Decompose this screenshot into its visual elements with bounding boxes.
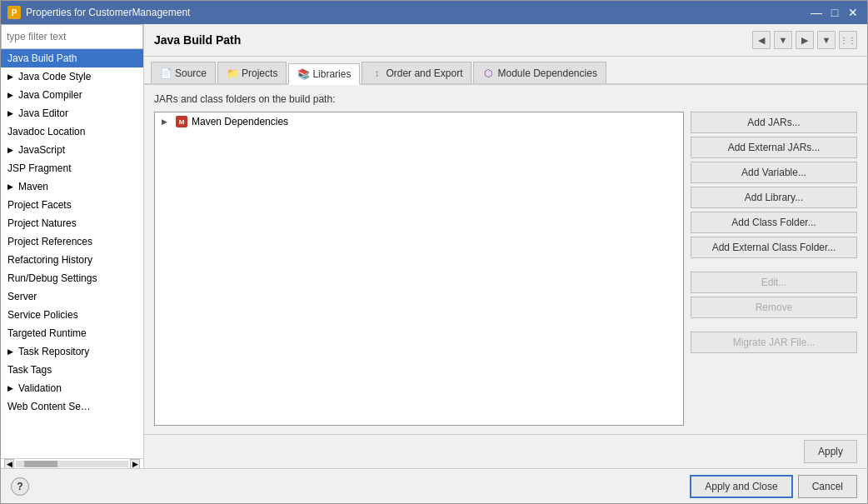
tab-module-label: Module Dependencies — [497, 67, 596, 79]
menu-button[interactable]: ⋮⋮ — [839, 31, 857, 49]
properties-window: P Properties for CustomerManagement — □ … — [0, 0, 868, 504]
buttons-panel: Add JARs... Add External JARs... Add Var… — [691, 112, 857, 426]
tree-item-maven[interactable]: ▶ M Maven Dependencies — [155, 112, 683, 131]
sidebar-item-javascript[interactable]: JavaScript — [1, 141, 143, 159]
edit-button[interactable]: Edit... — [691, 272, 857, 293]
sidebar-item-maven[interactable]: Maven — [1, 177, 143, 196]
tree-item-maven-label: Maven Dependencies — [192, 116, 288, 127]
add-external-class-folder-button[interactable]: Add External Class Folder... — [691, 237, 857, 258]
sidebar-item-project-facets[interactable]: Project Facets — [1, 196, 143, 214]
projects-tab-icon: 📁 — [227, 67, 238, 79]
sidebar-list: Java Build PathJava Code StyleJava Compi… — [1, 49, 143, 458]
sidebar-item-refactoring-history[interactable]: Refactoring History — [1, 251, 143, 269]
sidebar-item-javadoc-location[interactable]: Javadoc Location — [1, 122, 143, 141]
footer: ? Apply and Close Cancel — [1, 468, 867, 503]
sidebar-item-java-editor[interactable]: Java Editor — [1, 104, 143, 122]
add-library-button[interactable]: Add Library... — [691, 187, 857, 208]
nav-forward-button[interactable]: ▶ — [796, 31, 814, 49]
add-external-jars-button[interactable]: Add External JARs... — [691, 137, 857, 158]
nav-dropdown2-button[interactable]: ▼ — [817, 31, 836, 49]
sidebar-item-java-code-style[interactable]: Java Code Style — [1, 67, 143, 86]
sidebar-item-service-policies[interactable]: Service Policies — [1, 306, 143, 324]
content-body: ▶ M Maven Dependencies Add JARs... Add E… — [154, 112, 857, 426]
sidebar-item-project-references[interactable]: Project References — [1, 232, 143, 251]
sidebar: Java Build PathJava Code StyleJava Compi… — [1, 24, 144, 468]
help-button[interactable]: ? — [11, 477, 29, 496]
panel-nav: ◀ ▼ ▶ ▼ ⋮⋮ — [752, 31, 857, 49]
filter-input[interactable] — [1, 24, 143, 49]
add-jars-button[interactable]: Add JARs... — [691, 112, 857, 133]
window-icon: P — [7, 6, 21, 19]
sidebar-item-task-repository[interactable]: Task Repository — [1, 342, 143, 361]
remove-button[interactable]: Remove — [691, 297, 857, 318]
titlebar: P Properties for CustomerManagement — □ … — [1, 1, 867, 24]
sidebar-item-task-tags[interactable]: Task Tags — [1, 361, 143, 379]
sidebar-item-targeted-runtime[interactable]: Targeted Runtime — [1, 324, 143, 342]
button-spacer — [691, 262, 857, 268]
titlebar-left: P Properties for CustomerManagement — [7, 6, 190, 19]
maximize-button[interactable]: □ — [827, 5, 842, 20]
migrate-jar-button[interactable]: Migrate JAR File... — [691, 332, 857, 353]
nav-back-button[interactable]: ◀ — [752, 31, 771, 49]
scroll-track — [16, 461, 128, 467]
tab-projects[interactable]: 📁 Projects — [217, 62, 287, 83]
tab-source-label: Source — [175, 67, 207, 79]
tab-libraries-label: Libraries — [312, 68, 351, 80]
close-button[interactable]: ✕ — [846, 5, 861, 20]
tab-order-label: Order and Export — [386, 67, 462, 79]
tab-projects-label: Projects — [242, 67, 277, 79]
sidebar-item-run-debug-settings[interactable]: Run/Debug Settings — [1, 269, 143, 287]
tree-panel[interactable]: ▶ M Maven Dependencies — [154, 112, 684, 426]
scroll-left-arrow[interactable]: ◀ — [4, 459, 14, 469]
tab-module-dependencies[interactable]: ⬡ Module Dependencies — [473, 62, 606, 83]
tab-order-export[interactable]: ↕ Order and Export — [362, 62, 471, 83]
bottom-bar: Apply — [144, 434, 867, 468]
sidebar-item-web-content-se[interactable]: Web Content Se… — [1, 397, 143, 416]
panel-title: Java Build Path — [154, 33, 241, 47]
window-title: Properties for CustomerManagement — [26, 7, 190, 18]
minimize-button[interactable]: — — [809, 5, 824, 20]
sidebar-item-java-compiler[interactable]: Java Compiler — [1, 86, 143, 104]
order-tab-icon: ↕ — [371, 67, 382, 79]
add-variable-button[interactable]: Add Variable... — [691, 162, 857, 183]
tabs-bar: 📄 Source 📁 Projects 📚 Libraries ↕ Order … — [144, 57, 867, 85]
sidebar-item-java-build-path[interactable]: Java Build Path — [1, 49, 143, 67]
scroll-thumb[interactable] — [24, 461, 57, 467]
tab-source[interactable]: 📄 Source — [151, 62, 216, 83]
libraries-tab-icon: 📚 — [297, 68, 309, 80]
main-content: Java Build PathJava Code StyleJava Compi… — [1, 24, 867, 468]
footer-right: Apply and Close Cancel — [690, 475, 857, 498]
cancel-button[interactable]: Cancel — [798, 475, 857, 498]
tree-expand-arrow: ▶ — [162, 117, 172, 126]
content-description: JARs and class folders on the build path… — [154, 93, 857, 105]
tab-libraries[interactable]: 📚 Libraries — [288, 63, 360, 85]
add-class-folder-button[interactable]: Add Class Folder... — [691, 212, 857, 233]
sidebar-item-server[interactable]: Server — [1, 287, 143, 306]
maven-icon: M — [175, 115, 188, 128]
nav-dropdown-button[interactable]: ▼ — [774, 31, 792, 49]
source-tab-icon: 📄 — [160, 67, 172, 79]
scroll-right-arrow[interactable]: ▶ — [130, 459, 140, 469]
content-area: JARs and class folders on the build path… — [144, 85, 867, 434]
button-spacer-2 — [691, 322, 857, 328]
sidebar-scrollbar-area: ◀ ▶ — [1, 458, 143, 468]
apply-and-close-button[interactable]: Apply and Close — [690, 475, 792, 498]
sidebar-hscroll: ◀ ▶ — [4, 459, 140, 469]
sidebar-item-jsp-fragment[interactable]: JSP Fragment — [1, 159, 143, 177]
apply-button[interactable]: Apply — [804, 440, 857, 463]
sidebar-item-project-natures[interactable]: Project Natures — [1, 214, 143, 232]
right-panel: Java Build Path ◀ ▼ ▶ ▼ ⋮⋮ 📄 Source 📁 Pr… — [144, 24, 867, 468]
footer-left: ? — [11, 477, 29, 496]
titlebar-controls: — □ ✕ — [809, 5, 861, 20]
panel-header: Java Build Path ◀ ▼ ▶ ▼ ⋮⋮ — [144, 24, 867, 57]
module-tab-icon: ⬡ — [482, 67, 494, 79]
sidebar-item-validation[interactable]: Validation — [1, 379, 143, 397]
